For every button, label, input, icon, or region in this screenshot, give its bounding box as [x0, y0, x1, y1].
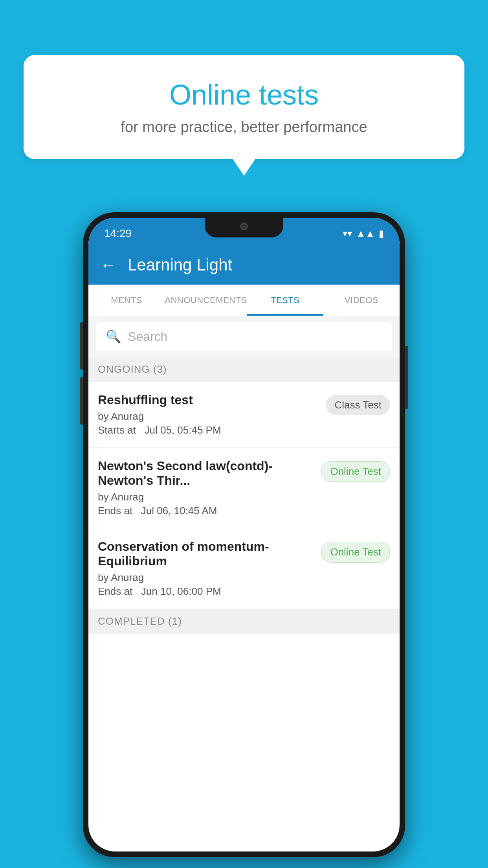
tab-videos[interactable]: VIDEOS — [323, 285, 400, 316]
search-icon: 🔍 — [106, 329, 121, 344]
header-title: Learning Light — [128, 256, 232, 274]
phone-notch — [205, 218, 283, 237]
search-input[interactable]: Search — [128, 329, 167, 344]
phone-mockup: 14:29 ▾▾ ▲▲ ▮ ← Learning Light MENTS ANN… — [83, 212, 405, 857]
test-author-3: by Anurag — [98, 572, 315, 584]
test-info-2: Newton's Second law(contd)-Newton's Thir… — [98, 459, 315, 517]
tab-ments-label: MENTS — [111, 295, 142, 305]
test-info-1: Reshuffling test by Anurag Starts at Jul… — [98, 393, 320, 436]
wifi-icon: ▾▾ — [343, 228, 352, 239]
test-date-2: Ends at Jul 06, 10:45 AM — [98, 505, 315, 517]
test-badge-2: Online Test — [321, 461, 390, 482]
tests-list: Reshuffling test by Anurag Starts at Jul… — [88, 382, 400, 609]
phone-outer: 14:29 ▾▾ ▲▲ ▮ ← Learning Light MENTS ANN… — [83, 212, 405, 857]
ongoing-section-header: ONGOING (3) — [88, 357, 400, 382]
bubble-title: Online tests — [55, 79, 433, 111]
back-arrow-icon[interactable]: ← — [100, 256, 116, 274]
test-name-2: Newton's Second law(contd)-Newton's Thir… — [98, 459, 315, 488]
test-name-1: Reshuffling test — [98, 393, 320, 407]
signal-icon: ▲▲ — [356, 228, 375, 239]
front-camera — [240, 223, 248, 230]
speech-bubble: Online tests for more practice, better p… — [24, 55, 464, 159]
test-date-3: Ends at Jun 10, 06:00 PM — [98, 585, 315, 598]
tab-ments[interactable]: MENTS — [88, 285, 165, 316]
phone-screen: 14:29 ▾▾ ▲▲ ▮ ← Learning Light MENTS ANN… — [88, 218, 400, 851]
test-item-2[interactable]: Newton's Second law(contd)-Newton's Thir… — [88, 448, 400, 528]
test-author-2: by Anurag — [98, 491, 315, 503]
battery-icon: ▮ — [379, 228, 384, 239]
test-badge-3: Online Test — [321, 542, 390, 563]
tabs-bar: MENTS ANNOUNCEMENTS TESTS VIDEOS — [88, 285, 400, 316]
volume-up-button — [80, 322, 83, 370]
status-time: 14:29 — [104, 227, 132, 240]
test-name-3: Conservation of momentum-Equilibrium — [98, 539, 315, 568]
tab-tests[interactable]: TESTS — [247, 285, 323, 316]
search-bar[interactable]: 🔍 Search — [96, 322, 392, 351]
tab-announcements-label: ANNOUNCEMENTS — [165, 295, 247, 305]
power-button — [405, 346, 408, 409]
app-header: ← Learning Light — [88, 245, 400, 285]
volume-down-button — [80, 377, 83, 425]
test-item-1[interactable]: Reshuffling test by Anurag Starts at Jul… — [88, 382, 400, 448]
test-info-3: Conservation of momentum-Equilibrium by … — [98, 539, 315, 598]
bubble-subtitle: for more practice, better performance — [55, 119, 433, 136]
test-badge-1: Class Test — [326, 395, 390, 415]
test-item-3[interactable]: Conservation of momentum-Equilibrium by … — [88, 528, 400, 609]
test-author-1: by Anurag — [98, 410, 320, 423]
test-date-1: Starts at Jul 05, 05:45 PM — [98, 424, 320, 436]
speech-bubble-container: Online tests for more practice, better p… — [24, 55, 464, 159]
status-icons: ▾▾ ▲▲ ▮ — [343, 228, 384, 239]
completed-section-header: COMPLETED (1) — [88, 609, 400, 634]
tab-videos-label: VIDEOS — [345, 295, 378, 305]
search-container: 🔍 Search — [88, 316, 400, 357]
tab-announcements[interactable]: ANNOUNCEMENTS — [165, 285, 247, 316]
tab-tests-label: TESTS — [271, 295, 299, 305]
